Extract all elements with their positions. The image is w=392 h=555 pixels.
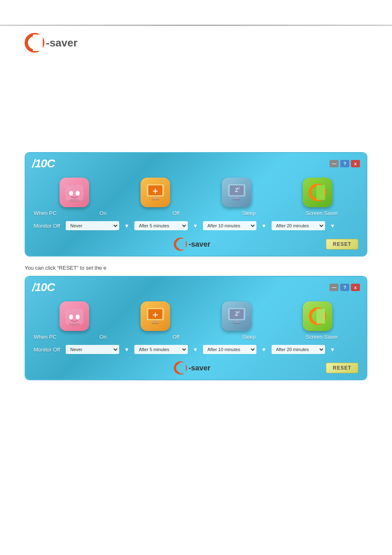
after20-dropdown-2[interactable]: After 20 minutes After 10 minutes After …: [272, 345, 325, 354]
svg-text:z: z: [238, 310, 240, 314]
never-dropdown-1[interactable]: Never After 1 minute After 5 minutes: [66, 221, 119, 230]
csaver-c-icon-1: [174, 238, 187, 251]
logo-text: -saver: [46, 37, 78, 49]
off-icon-box-2: [141, 301, 170, 331]
monitor-off-label-1: Monitor Off: [34, 223, 62, 229]
never-dropdown-2[interactable]: Never After 1 minute After 5 minutes: [66, 345, 119, 354]
reset-button-2[interactable]: RESET: [326, 363, 358, 373]
monitor-off-row-2: Monitor Off Never After 1 minute After 5…: [25, 342, 367, 357]
icon-item-on-2: [60, 301, 89, 331]
icons-row-2: Z z: [25, 297, 367, 333]
monitor-icon-sleep-2: Z z: [226, 306, 248, 326]
bottom-bar-2: -saver RESET: [25, 357, 367, 379]
csaver-logo-1: -saver: [174, 238, 210, 251]
title-bar-2: /10C — ? x: [25, 277, 367, 297]
when-pc-row-2: When PC On Off Sleep Screen Saver: [25, 333, 367, 342]
description-text: You can click “RESET” to set the e: [25, 265, 367, 271]
when-pc-label-1: When PC: [34, 210, 67, 216]
face-icon-2: [64, 305, 85, 327]
state-screensaver-1: Screen Saver: [286, 210, 359, 216]
svg-point-22: [76, 314, 80, 319]
dropdown-arrow-1b: ▼: [193, 223, 198, 229]
dropdown-arrow-1c: ▼: [261, 223, 267, 229]
icon-item-on-1: [60, 178, 89, 207]
svg-point-4: [76, 191, 80, 196]
svg-rect-2: [65, 185, 83, 201]
face-icon-1: [64, 182, 85, 203]
svg-point-21: [69, 314, 73, 319]
icon-item-sleep-1: Z z: [222, 178, 251, 207]
monitor-icon-off-1: [144, 183, 166, 202]
after10-dropdown-2[interactable]: After 10 minutes After 5 minutes After 2…: [203, 345, 256, 354]
state-screensaver-2: Screen Saver: [286, 334, 359, 340]
svg-point-23: [69, 323, 80, 326]
after20-dropdown-1[interactable]: After 20 minutes After 10 minutes After …: [272, 221, 325, 230]
on-icon-box-1: [60, 178, 89, 207]
svg-rect-20: [65, 309, 83, 324]
monitor-off-row-1: Monitor Off Never After 1 minute After 5…: [25, 218, 367, 234]
icon-item-screensaver-1: [303, 178, 332, 207]
title-bar-1: /10C — ? x: [25, 153, 367, 173]
state-off-2: Off: [140, 334, 213, 340]
state-on-2: On: [67, 334, 140, 340]
help-button-2[interactable]: ?: [340, 284, 349, 291]
minimize-button-1[interactable]: —: [330, 160, 339, 167]
when-pc-label-2: When PC: [34, 334, 67, 340]
on-icon-box-2: [60, 301, 89, 331]
dropdown-arrow-1d: ▼: [330, 223, 335, 229]
top-border: [0, 25, 392, 26]
reset-button-1[interactable]: RESET: [326, 239, 358, 250]
screensaver-icon-box-2: [303, 301, 332, 331]
csaver-text-2: -saver: [189, 364, 210, 372]
svg-rect-35: [316, 309, 325, 324]
off-icon-box-1: [141, 178, 170, 207]
after5-dropdown-1[interactable]: After 5 minutes After 10 minutes After 2…: [134, 221, 188, 230]
icon-item-off-2: [141, 301, 170, 331]
app-logo: -saver: [25, 33, 78, 53]
screensaver-icon-box-1: [303, 178, 332, 207]
icon-item-screensaver-2: [303, 301, 332, 331]
main-content: /10C — ? x: [25, 152, 367, 388]
svg-rect-19: [179, 239, 186, 250]
after5-dropdown-2[interactable]: After 5 minutes After 10 minutes After 2…: [134, 345, 188, 354]
close-button-2[interactable]: x: [351, 284, 360, 291]
icon-item-sleep-2: Z z: [222, 301, 251, 331]
aoc-window-1: /10C — ? x: [25, 152, 367, 257]
logo-icon: [25, 33, 44, 53]
csaver-c-icon-2: [174, 361, 187, 375]
svg-rect-17: [316, 185, 325, 200]
bottom-bar-1: -saver RESET: [25, 234, 367, 256]
dropdown-arrow-2d: ▼: [330, 347, 335, 353]
svg-point-3: [69, 191, 73, 196]
icon-item-off-1: [141, 178, 170, 207]
when-pc-row-1: When PC On Off Sleep Screen Saver: [25, 209, 367, 218]
window-controls-1: — ? x: [330, 160, 360, 167]
icons-row-1: Z z: [25, 173, 367, 209]
aoc-window-2: /10C — ? x: [25, 276, 367, 380]
svg-text:z: z: [238, 186, 240, 190]
state-off-1: Off: [140, 210, 213, 216]
help-button-1[interactable]: ?: [340, 160, 349, 167]
csaver-logo-2: -saver: [174, 361, 210, 375]
svg-rect-1: [33, 35, 43, 51]
state-on-1: On: [67, 210, 140, 216]
dropdown-arrow-2c: ▼: [261, 347, 267, 353]
close-button-1[interactable]: x: [351, 160, 360, 167]
window-controls-2: — ? x: [330, 284, 360, 291]
state-sleep-2: Sleep: [212, 334, 286, 340]
sleep-icon-box-2: Z z: [222, 301, 251, 331]
monitor-off-label-2: Monitor Off: [34, 347, 62, 353]
monitor-icon-sleep-1: Z z: [226, 183, 248, 202]
monitor-icon-off-2: [144, 306, 166, 326]
dropdown-arrow-2b: ▼: [193, 347, 198, 353]
aoc-logo-2: /10C: [32, 281, 55, 294]
svg-point-5: [69, 199, 80, 202]
state-sleep-1: Sleep: [212, 210, 286, 216]
csaver-text-1: -saver: [189, 240, 210, 249]
after10-dropdown-1[interactable]: After 10 minutes After 5 minutes After 2…: [203, 221, 256, 230]
dropdown-arrow-1a: ▼: [124, 223, 129, 229]
aoc-logo-1: /10C: [32, 157, 55, 170]
sleep-icon-box-1: Z z: [222, 178, 251, 207]
dropdown-arrow-2a: ▼: [124, 347, 129, 353]
minimize-button-2[interactable]: —: [330, 284, 339, 291]
